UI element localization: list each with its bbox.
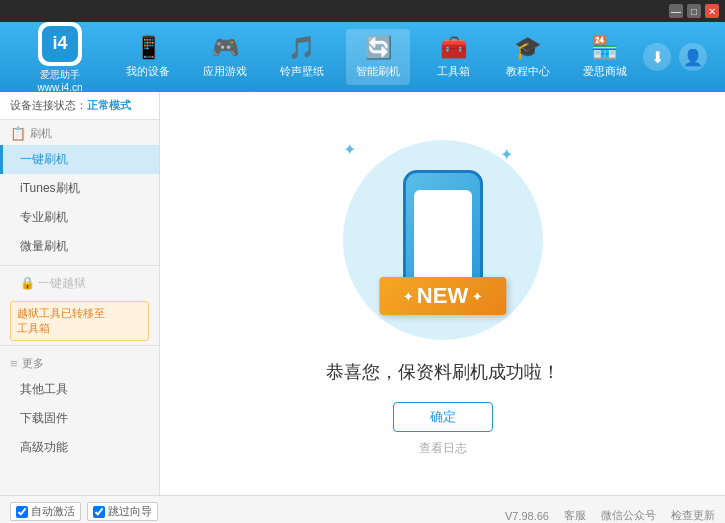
nav-app-game[interactable]: 🎮 应用游戏 (193, 29, 257, 85)
download-button[interactable]: ⬇ (643, 43, 671, 71)
more-section-icon: ≡ (10, 356, 18, 371)
skip-wizard-input[interactable] (93, 506, 105, 518)
sidebar-item-one-key-flash[interactable]: 一键刷机 (0, 145, 159, 174)
nav-right: ⬇ 👤 (643, 43, 715, 71)
ringtone-icon: 🎵 (288, 35, 315, 61)
flash-section-icon: 📋 (10, 126, 26, 141)
header: i4 爱思助手 www.i4.cn 📱 我的设备 🎮 应用游戏 🎵 铃声壁纸 🔄… (0, 22, 725, 92)
success-text: 恭喜您，保资料刷机成功啦！ (326, 360, 560, 384)
sparkle-top-right: ✦ (500, 145, 513, 164)
content-area: ✦ ✦ NEW 恭喜您，保资料刷机成功啦！ 确定 查看日志 (160, 92, 725, 495)
user-button[interactable]: 👤 (679, 43, 707, 71)
bottom-bar: 自动激活 跳过向导 📱 iPhone 12 mini 64GB Down-12m… (0, 495, 725, 523)
nav-ringtone[interactable]: 🎵 铃声壁纸 (270, 29, 334, 85)
auto-activate-checkbox[interactable]: 自动激活 (10, 502, 81, 521)
version-label: V7.98.66 (505, 510, 549, 522)
tutorial-label: 教程中心 (506, 64, 550, 79)
app-game-label: 应用游戏 (203, 64, 247, 79)
sidebar-item-other-tools[interactable]: 其他工具 (0, 375, 159, 404)
toolbox-label: 工具箱 (437, 64, 470, 79)
sidebar-divider-2 (0, 345, 159, 346)
nav-store[interactable]: 🏪 爱思商城 (573, 29, 637, 85)
section-more-title: ≡ 更多 (0, 350, 159, 375)
nav-smart-flash[interactable]: 🔄 智能刷机 (346, 29, 410, 85)
maximize-button[interactable]: □ (687, 4, 701, 18)
logo-icon: i4 (38, 22, 82, 66)
sidebar-divider-1 (0, 265, 159, 266)
sparkle-top-left: ✦ (343, 140, 356, 159)
smart-flash-label: 智能刷机 (356, 64, 400, 79)
minimize-button[interactable]: — (669, 4, 683, 18)
main-area: 设备连接状态：正常模式 📋 刷机 一键刷机 iTunes刷机 专业刷机 微量刷机… (0, 92, 725, 495)
sidebar-item-jailbreak-grayed: 🔒 一键越狱 (0, 270, 159, 297)
new-badge: NEW (379, 277, 506, 315)
sidebar-warning-text: 越狱工具已转移至工具箱 (17, 307, 105, 334)
nav-tutorial[interactable]: 🎓 教程中心 (496, 29, 560, 85)
confirm-button[interactable]: 确定 (393, 402, 493, 432)
nav-toolbox[interactable]: 🧰 工具箱 (423, 29, 483, 85)
sidebar-item-advanced[interactable]: 高级功能 (0, 433, 159, 462)
success-illustration: ✦ ✦ NEW (333, 130, 553, 350)
app-game-icon: 🎮 (212, 35, 239, 61)
ringtone-label: 铃声壁纸 (280, 64, 324, 79)
sidebar-item-download-firmware[interactable]: 下载固件 (0, 404, 159, 433)
customer-service-link[interactable]: 客服 (564, 508, 586, 523)
store-icon: 🏪 (591, 35, 618, 61)
nav-items: 📱 我的设备 🎮 应用游戏 🎵 铃声壁纸 🔄 智能刷机 🧰 工具箱 🎓 教程中心… (110, 29, 643, 85)
bottom-right: V7.98.66 客服 微信公众号 检查更新 (505, 508, 715, 523)
section-flash-title: 📋 刷机 (0, 120, 159, 145)
section-more-label: 更多 (22, 356, 44, 371)
sidebar-item-ota-flash[interactable]: 微量刷机 (0, 232, 159, 261)
logo-text: 爱思助手 (40, 68, 80, 82)
skip-wizard-checkbox[interactable]: 跳过向导 (87, 502, 158, 521)
auto-activate-input[interactable] (16, 506, 28, 518)
logo-url: www.i4.cn (37, 82, 82, 93)
bottom-left: 自动激活 跳过向导 📱 iPhone 12 mini 64GB Down-12m… (10, 502, 158, 523)
toolbox-icon: 🧰 (440, 35, 467, 61)
tutorial-icon: 🎓 (514, 35, 541, 61)
sidebar-item-pro-flash[interactable]: 专业刷机 (0, 203, 159, 232)
nav-my-device[interactable]: 📱 我的设备 (116, 29, 180, 85)
checkbox-row: 自动激活 跳过向导 (10, 502, 158, 521)
title-bar: — □ ✕ (0, 0, 725, 22)
section-flash-label: 刷机 (30, 126, 52, 141)
close-button[interactable]: ✕ (705, 4, 719, 18)
auto-activate-label: 自动激活 (31, 504, 75, 519)
logo-inner: i4 (42, 26, 78, 62)
review-log-link[interactable]: 查看日志 (419, 440, 467, 457)
skip-wizard-label: 跳过向导 (108, 504, 152, 519)
wechat-link[interactable]: 微信公众号 (601, 508, 656, 523)
smart-flash-icon: 🔄 (365, 35, 392, 61)
phone-screen (414, 190, 472, 290)
my-device-label: 我的设备 (126, 64, 170, 79)
store-label: 爱思商城 (583, 64, 627, 79)
device-status: 设备连接状态：正常模式 (0, 92, 159, 120)
my-device-icon: 📱 (135, 35, 162, 61)
check-update-link[interactable]: 检查更新 (671, 508, 715, 523)
sidebar-warning-box: 越狱工具已转移至工具箱 (10, 301, 149, 341)
sidebar: 设备连接状态：正常模式 📋 刷机 一键刷机 iTunes刷机 专业刷机 微量刷机… (0, 92, 160, 495)
sidebar-item-itunes-flash[interactable]: iTunes刷机 (0, 174, 159, 203)
logo-area: i4 爱思助手 www.i4.cn (10, 22, 110, 93)
device-status-value: 正常模式 (87, 99, 131, 111)
device-status-label: 设备连接状态： (10, 99, 87, 111)
